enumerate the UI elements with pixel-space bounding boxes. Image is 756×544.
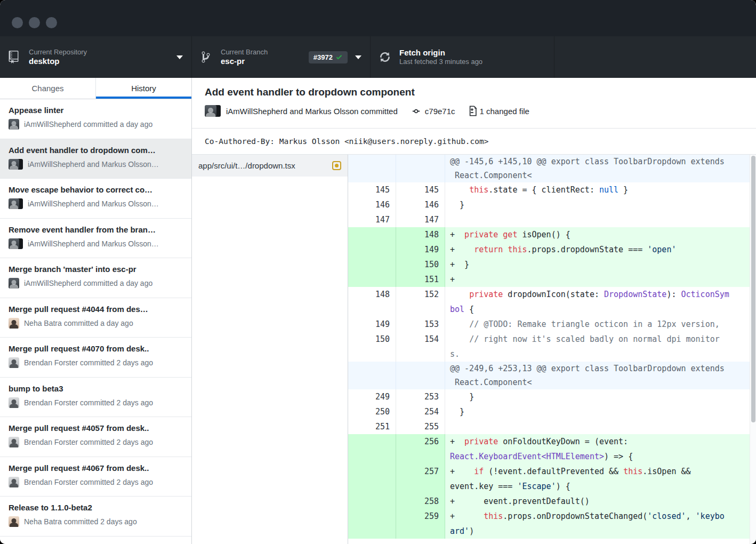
toolbar-spacer [554, 36, 756, 78]
new-line-number: 257 [396, 464, 445, 494]
fetch-origin-title: Fetch origin [399, 48, 482, 58]
file-row[interactable]: app/src/ui/t…/dropdown.tsx [192, 155, 348, 177]
minimize-window-button[interactable] [29, 17, 40, 28]
old-line-number: 146 [348, 197, 396, 212]
old-line-number: 250 [348, 404, 396, 419]
pr-status-badge: #3972 [309, 51, 348, 63]
diff-code-line: + if (!event.defaultPrevented && this.is… [445, 464, 750, 494]
diff-file-icon [468, 106, 477, 116]
scrollbar-thumb[interactable] [751, 156, 755, 422]
commit-list-item[interactable]: Release to 1.1.0-beta2 Neha Batra commit… [0, 497, 191, 537]
diff-row: @@ -249,6 +253,13 @@ export class Toolba… [348, 362, 750, 389]
fetch-origin-button[interactable]: Fetch origin Last fetched 3 minutes ago [371, 36, 554, 78]
commit-list-item[interactable]: Add event handler to dropdown com… iAmWi… [0, 139, 191, 179]
commit-item-meta: Brendan Forster committed 2 days ago [24, 438, 153, 446]
commit-list-item[interactable]: bump to beta3 Brendan Forster committed … [0, 378, 191, 418]
commit-item-title: Merge pull request #4070 from desk.. [9, 344, 183, 353]
changed-files-count: 1 changed file [480, 107, 529, 116]
chevron-down-icon [355, 55, 361, 59]
commit-item-meta: Brendan Forster committed 2 days ago [24, 358, 153, 367]
old-line-number [348, 362, 396, 389]
commit-item-meta: Brendan Forster committed 2 days ago [24, 398, 153, 407]
old-line-number [348, 272, 396, 287]
diff-row: 148 + private get isOpen() { [348, 227, 750, 242]
old-line-number [348, 464, 396, 494]
diff-code-line: @@ -145,6 +145,10 @@ export class Toolba… [445, 155, 750, 182]
diff-code-line: + private onFoldoutKeyDown = (event: Rea… [445, 434, 750, 464]
old-line-number [348, 494, 396, 509]
commit-list-item[interactable]: Appease linter iAmWillShepherd committed… [0, 99, 191, 139]
commit-item-title: bump to beta3 [9, 384, 183, 393]
author-avatar [9, 318, 19, 329]
diff-row: 251 255 [348, 419, 750, 434]
diff-row: 259 + this.props.onDropdownStateChanged(… [348, 509, 750, 539]
diff-row: 148 152 private dropdownIcon(state: Drop… [348, 287, 750, 317]
diff-row: 149 153 // @TODO: Remake triangle octico… [348, 317, 750, 332]
diff-code-line: } [445, 404, 750, 419]
commit-item-title: Merge pull request #4044 from des… [9, 305, 183, 314]
chevron-down-icon [176, 55, 183, 59]
diff-row: 256 + private onFoldoutKeyDown = (event:… [348, 434, 750, 464]
new-line-number: 254 [396, 404, 445, 419]
commit-item-meta: Neha Batra committed 2 days ago [24, 517, 137, 526]
diff-row: 258 + event.preventDefault() [348, 494, 750, 509]
current-repository-name: desktop [29, 57, 87, 67]
diff-code-line: + } [445, 257, 750, 272]
old-line-number [348, 257, 396, 272]
author-avatar [9, 397, 19, 408]
diff-code-line: } [445, 197, 750, 212]
git-branch-icon [200, 51, 214, 63]
old-line-number [348, 227, 396, 242]
old-line-number: 145 [348, 182, 396, 197]
commit-item-title: Release to 1.1.0-beta2 [9, 503, 183, 512]
window-controls [0, 17, 57, 36]
current-branch-button[interactable]: Current Branch esc-pr #3972 [192, 36, 371, 78]
old-line-number [348, 434, 396, 464]
maximize-window-button[interactable] [46, 17, 57, 28]
diff-row: 249 253 } [348, 389, 750, 404]
author-avatar [9, 516, 19, 527]
old-line-number: 249 [348, 389, 396, 404]
commit-item-title: Remove event handler from the bran… [9, 225, 183, 234]
commit-list-item[interactable]: Merge branch 'master' into esc-pr iAmWil… [0, 258, 191, 298]
diff-view: @@ -145,6 +145,10 @@ export class Toolba… [348, 155, 750, 544]
commit-item-meta: iAmWillShepherd and Markus Olsson… [28, 160, 159, 169]
commit-list-item[interactable]: Merge pull request #4070 from desk.. Bre… [0, 338, 191, 378]
current-branch-label: Current Branch [221, 48, 268, 57]
commit-list-item[interactable]: Merge pull request #4044 from des… Neha … [0, 298, 191, 338]
commit-sha-group: c79e71c [411, 107, 455, 116]
check-icon [335, 53, 343, 61]
new-line-number: 152 [396, 287, 445, 317]
diff-code-line: + return this.props.dropdownState === 'o… [445, 242, 750, 257]
close-window-button[interactable] [12, 17, 23, 28]
file-modified-icon [332, 161, 341, 170]
new-line-number [396, 362, 445, 389]
diff-row: 151 + [348, 272, 750, 287]
file-path: app/src/ui/t…/dropdown.tsx [198, 161, 327, 170]
app-window: Current Repository desktop Current Branc… [0, 0, 756, 544]
new-line-number: 255 [396, 419, 445, 434]
fetch-origin-subtitle: Last fetched 3 minutes ago [399, 58, 482, 66]
commit-description: Co-Authored-By: Markus Olsson <niik@user… [192, 129, 756, 155]
author-avatar [9, 357, 19, 368]
diff-code-line: + private get isOpen() { [445, 227, 750, 242]
commit-list-item[interactable]: Move escape behavior to correct co… iAmW… [0, 179, 191, 219]
commit-item-meta: iAmWillShepherd committed a day ago [24, 120, 152, 129]
commit-list: Appease linter iAmWillShepherd committed… [0, 99, 191, 544]
commit-list-item[interactable]: Merge pull request #4071 from desk.. [0, 537, 191, 544]
commit-item-title: Merge branch 'master' into esc-pr [9, 265, 183, 274]
new-line-number [396, 155, 445, 182]
diff-row: 149 + return this.props.dropdownState ==… [348, 242, 750, 257]
commit-byline: iAmWillShepherd and Markus Olsson commit… [226, 107, 398, 116]
author-avatar [9, 198, 23, 209]
commit-list-item[interactable]: Remove event handler from the bran… iAmW… [0, 219, 191, 259]
current-repository-button[interactable]: Current Repository desktop [0, 36, 192, 78]
new-line-number: 149 [396, 242, 445, 257]
current-repository-label: Current Repository [29, 48, 87, 57]
commit-list-item[interactable]: Merge pull request #4067 from desk.. Bre… [0, 457, 191, 497]
tab-changes[interactable]: Changes [0, 78, 95, 99]
tab-history[interactable]: History [95, 78, 191, 99]
changed-files-panel: app/src/ui/t…/dropdown.tsx [192, 155, 348, 544]
diff-scrollbar[interactable] [750, 155, 756, 544]
commit-list-item[interactable]: Merge pull request #4057 from desk.. Bre… [0, 417, 191, 457]
